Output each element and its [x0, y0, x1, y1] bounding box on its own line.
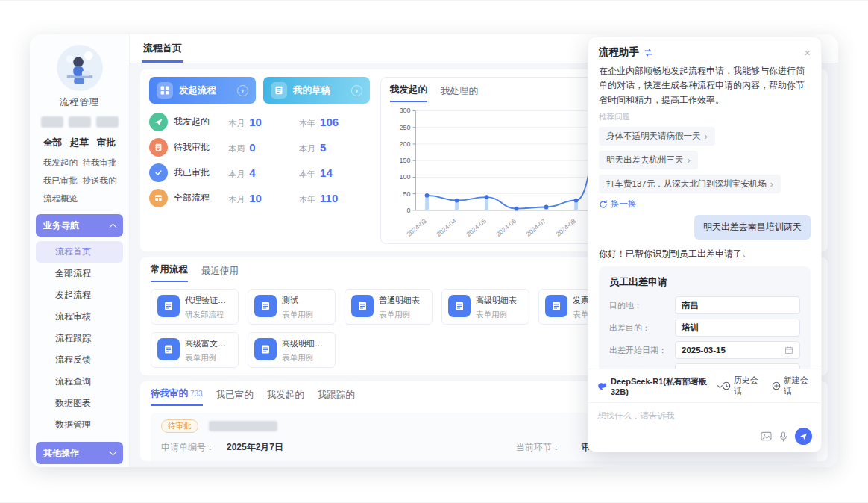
tab-pending-my-review[interactable]: 待我审的733 — [151, 387, 203, 406]
end-date-input[interactable]: 2025-03-16 — [675, 363, 800, 369]
microphone-icon[interactable] — [779, 431, 787, 442]
plus-circle-icon — [772, 381, 781, 390]
sidebar-quick-tabs: 全部 起草 审批 — [36, 137, 123, 149]
arrow-circle-icon: › — [237, 85, 248, 96]
suggestion-chip[interactable]: 身体不适明天请病假一天› — [599, 127, 715, 146]
refresh-suggestions-button[interactable]: 换一换 — [599, 199, 637, 210]
svg-text:2024-05: 2024-05 — [465, 217, 488, 238]
redacted-text — [41, 116, 63, 128]
svg-text:2024-06: 2024-06 — [494, 217, 518, 238]
process-doc-icon — [157, 295, 180, 317]
start-date-input[interactable]: 2025-03-15 — [675, 341, 800, 359]
tab-draft[interactable]: 起草 — [70, 137, 89, 149]
sidebar-item-all-processes[interactable]: 全部流程 — [36, 263, 123, 284]
chat-input[interactable] — [597, 411, 812, 420]
field-value: 2025-03-15 — [682, 346, 726, 354]
model-selector[interactable]: DeepSeek-R1(私有部署版32B) — [597, 376, 722, 396]
session-actions: 历史会话 新建会话 — [722, 375, 812, 397]
chevron-right-icon: › — [688, 155, 691, 166]
svg-text:300: 300 — [400, 107, 411, 114]
sidebar-item-process-query[interactable]: 流程查询 — [36, 371, 123, 393]
new-session-label: 新建会话 — [784, 375, 812, 397]
grid-icon — [157, 82, 173, 99]
form-field-label: 目的地： — [609, 300, 675, 311]
chart-tab-my-initiated[interactable]: 我发起的 — [390, 84, 427, 102]
stat-label: 我发起的 — [174, 116, 228, 128]
sidebar-item-process-home[interactable]: 流程首页 — [36, 241, 123, 263]
nav-group-other[interactable]: 其他操作 — [36, 442, 123, 464]
chart-tab-my-handled[interactable]: 我处理的 — [441, 85, 478, 102]
stat-value: 106 — [320, 116, 339, 128]
image-icon[interactable] — [761, 431, 772, 441]
launch-process-button[interactable]: 发起流程 › — [149, 77, 256, 104]
process-card[interactable]: 高级富文本传出表单用例 — [151, 332, 239, 368]
my-drafts-label: 我的草稿 — [293, 84, 330, 97]
new-session-button[interactable]: 新建会话 — [772, 375, 812, 397]
svg-text:2024-07: 2024-07 — [524, 217, 547, 238]
tab-recently-used[interactable]: 最近使用 — [201, 265, 239, 282]
chat-input-area — [588, 403, 821, 452]
process-card[interactable]: 普通明细表表单用例 — [345, 289, 433, 325]
clipboard-icon — [149, 138, 168, 157]
suggestion-text: 身体不适明天请病假一天 — [606, 131, 701, 142]
link-reviewed[interactable]: 我已审批 — [43, 175, 83, 187]
tab-process-home[interactable]: 流程首页 — [142, 42, 183, 63]
process-subtitle: 表单用例 — [282, 310, 313, 320]
status-badge: 待审批 — [161, 419, 198, 433]
form-field-label: 出差开始日期： — [609, 345, 675, 356]
close-icon[interactable]: × — [804, 47, 811, 58]
user-message-row: 明天出差去南昌培训两天 — [599, 215, 811, 240]
stat-value: 10 — [249, 192, 262, 204]
tab-my-reviewed[interactable]: 我已审的 — [216, 389, 254, 406]
link-pending-review[interactable]: 待我审批 — [83, 157, 122, 169]
suggestion-chip[interactable]: 打车费137元，从深大北门到深圳宝安机场› — [599, 175, 781, 193]
launch-process-label: 发起流程 — [179, 84, 216, 97]
svg-text:50: 50 — [403, 190, 411, 198]
action-buttons: 发起流程 › 我的草稿 › — [149, 77, 370, 104]
stat-value: 10 — [249, 116, 262, 128]
destination-input[interactable]: 南昌 — [675, 296, 800, 314]
sidebar-nav: 流程首页 全部流程 发起流程 流程审核 流程跟踪 流程反馈 流程查询 数据图表 … — [36, 241, 123, 436]
tab-all[interactable]: 全部 — [43, 137, 62, 149]
assistant-body: 在企业内部顺畅地发起流程申请，我能够与你进行简单的对话，快速生成各种流程申请的内… — [588, 63, 821, 369]
svg-text:2024-08: 2024-08 — [554, 217, 577, 238]
check-circle-icon — [149, 163, 168, 182]
sidebar-item-data-charts[interactable]: 数据图表 — [36, 393, 123, 414]
stat-period: 本月 — [228, 169, 245, 180]
stat-period: 本月 — [228, 118, 245, 129]
stat-period: 本年 — [299, 169, 315, 180]
tab-common-processes[interactable]: 常用流程 — [151, 263, 188, 282]
assistant-intro: 在企业内部顺畅地发起流程申请，我能够与你进行简单的对话，快速生成各种流程申请的内… — [599, 64, 811, 107]
sidebar-item-process-feedback[interactable]: 流程反馈 — [36, 349, 123, 371]
stat-value: 110 — [320, 192, 338, 204]
assistant-reply: 你好！已帮你识别到员工出差申请了。 — [599, 248, 811, 260]
sidebar-item-process-review[interactable]: 流程审核 — [36, 306, 123, 328]
link-my-initiated[interactable]: 我发起的 — [43, 157, 83, 169]
tab-my-initiated[interactable]: 我发起的 — [267, 389, 304, 406]
send-button[interactable] — [795, 428, 812, 445]
suggestion-chip[interactable]: 明天出差去杭州三天› — [599, 151, 698, 169]
process-title: 高级富文本传出 — [185, 338, 232, 349]
process-card[interactable]: 测试表单用例 — [248, 289, 336, 325]
stat-period: 本年 — [299, 118, 315, 129]
link-cc-me[interactable]: 抄送我的 — [83, 175, 122, 187]
trip-purpose-input[interactable]: 培训 — [675, 319, 800, 337]
sidebar-item-launch-process[interactable]: 发起流程 — [36, 284, 123, 306]
sidebar-item-data-management[interactable]: 数据管理 — [36, 414, 123, 436]
tab-approve[interactable]: 审批 — [97, 137, 116, 149]
sidebar-item-process-tracking[interactable]: 流程跟踪 — [36, 328, 123, 349]
tab-my-tracked[interactable]: 我跟踪的 — [318, 389, 355, 406]
user-message-bubble: 明天出差去南昌培训两天 — [694, 215, 811, 240]
history-sessions-button[interactable]: 历史会话 — [722, 375, 762, 397]
redacted-org-row — [36, 116, 123, 128]
app-window: 流程管理 全部 起草 审批 我发起的 待我审批 我已审批 抄送我的 流程概览 业… — [30, 34, 838, 467]
my-drafts-button[interactable]: 我的草稿 › — [263, 77, 370, 104]
link-process-overview[interactable]: 流程概览 — [43, 193, 83, 204]
box-icon — [149, 189, 168, 207]
process-card[interactable]: 高级明细表表单用例 — [441, 289, 529, 325]
process-card[interactable]: 高级明细数据填充表单用例 — [248, 332, 336, 368]
process-subtitle: 表单用例 — [476, 310, 517, 320]
process-doc-icon — [351, 295, 374, 317]
process-card[interactable]: 代理验证测试与说明研发部流程 — [151, 289, 239, 325]
nav-group-business[interactable]: 业务导航 — [36, 214, 123, 237]
